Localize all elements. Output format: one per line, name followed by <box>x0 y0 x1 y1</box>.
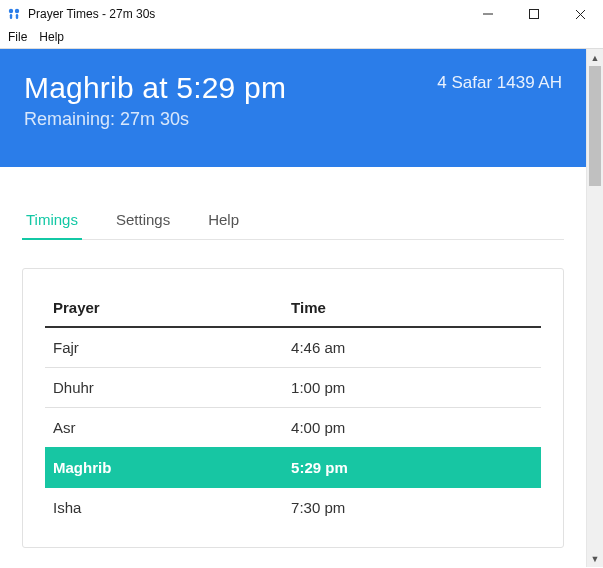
svg-rect-3 <box>16 14 18 19</box>
menubar: File Help <box>0 28 603 49</box>
prayer-times-table: Prayer Time Fajr 4:46 am Dhuhr 1:00 pm <box>45 289 541 527</box>
app-icon <box>6 6 22 22</box>
next-prayer-headline: Maghrib at 5:29 pm <box>24 71 286 105</box>
content-wrap: Maghrib at 5:29 pm Remaining: 27m 30s 4 … <box>0 49 603 567</box>
table-row: Maghrib 5:29 pm <box>45 448 541 488</box>
prayer-name: Dhuhr <box>45 368 283 408</box>
minimize-button[interactable] <box>465 0 511 28</box>
hero-banner: Maghrib at 5:29 pm Remaining: 27m 30s 4 … <box>0 49 586 167</box>
prayer-time: 1:00 pm <box>283 368 541 408</box>
table-row: Dhuhr 1:00 pm <box>45 368 541 408</box>
window-controls <box>465 0 603 28</box>
maximize-button[interactable] <box>511 0 557 28</box>
prayer-time: 4:00 pm <box>283 408 541 448</box>
tab-help[interactable]: Help <box>204 203 243 239</box>
hijri-date: 4 Safar 1439 AH <box>437 71 562 137</box>
tabs: Timings Settings Help <box>22 203 564 240</box>
header-prayer: Prayer <box>45 289 283 327</box>
hero-left: Maghrib at 5:29 pm Remaining: 27m 30s <box>24 71 286 137</box>
table-header-row: Prayer Time <box>45 289 541 327</box>
prayer-time: 7:30 pm <box>283 488 541 528</box>
prayer-name: Asr <box>45 408 283 448</box>
prayer-name: Fajr <box>45 327 283 368</box>
vertical-scrollbar[interactable]: ▲ ▼ <box>586 49 603 567</box>
table-row: Fajr 4:46 am <box>45 327 541 368</box>
remaining-label: Remaining: 27m 30s <box>24 109 286 130</box>
header-time: Time <box>283 289 541 327</box>
scroll-up-arrow-icon[interactable]: ▲ <box>587 49 603 66</box>
body-area: Timings Settings Help Prayer Time Fajr <box>0 167 586 548</box>
table-row: Asr 4:00 pm <box>45 408 541 448</box>
prayer-name: Maghrib <box>45 448 283 488</box>
prayer-time: 5:29 pm <box>283 448 541 488</box>
tab-timings[interactable]: Timings <box>22 203 82 240</box>
menu-file[interactable]: File <box>8 30 27 44</box>
tab-settings[interactable]: Settings <box>112 203 174 239</box>
menu-help[interactable]: Help <box>39 30 64 44</box>
table-row: Isha 7:30 pm <box>45 488 541 528</box>
scroll-down-arrow-icon[interactable]: ▼ <box>587 550 603 567</box>
titlebar: Prayer Times - 27m 30s <box>0 0 603 28</box>
window-title: Prayer Times - 27m 30s <box>28 7 155 21</box>
svg-rect-2 <box>10 14 12 19</box>
timings-card: Prayer Time Fajr 4:46 am Dhuhr 1:00 pm <box>22 268 564 548</box>
close-button[interactable] <box>557 0 603 28</box>
prayer-name: Isha <box>45 488 283 528</box>
svg-point-0 <box>9 9 13 13</box>
prayer-time: 4:46 am <box>283 327 541 368</box>
scroll-area: Maghrib at 5:29 pm Remaining: 27m 30s 4 … <box>0 49 586 567</box>
svg-point-1 <box>15 9 19 13</box>
svg-rect-5 <box>530 10 539 19</box>
scrollbar-thumb[interactable] <box>589 66 601 186</box>
